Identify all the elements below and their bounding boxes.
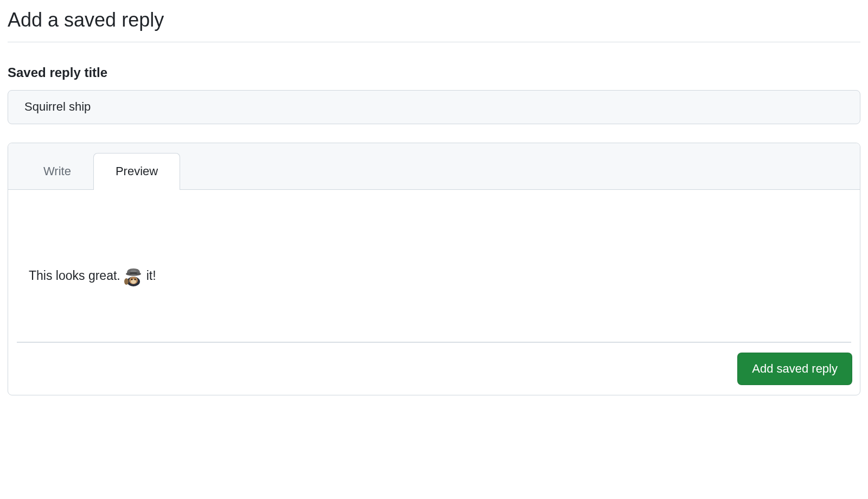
editor-panel: Write Preview This looks great. xyxy=(8,143,860,395)
tab-write[interactable]: Write xyxy=(21,153,93,189)
preview-text-before: This looks great. xyxy=(29,266,120,285)
tab-preview[interactable]: Preview xyxy=(93,153,180,190)
page-title: Add a saved reply xyxy=(8,8,860,32)
svg-point-5 xyxy=(134,278,136,280)
svg-rect-7 xyxy=(130,272,137,274)
saved-reply-form: Add a saved reply Saved reply title Writ… xyxy=(8,8,860,395)
add-saved-reply-button[interactable]: Add saved reply xyxy=(737,353,852,385)
editor-tabs: Write Preview xyxy=(8,143,860,190)
form-actions: Add saved reply xyxy=(8,353,860,395)
preview-body: This looks great. it! xyxy=(8,190,860,342)
divider xyxy=(8,42,860,42)
preview-text-after: it! xyxy=(146,266,156,285)
svg-point-3 xyxy=(124,278,129,285)
editor-divider xyxy=(17,342,851,343)
preview-text: This looks great. it! xyxy=(29,225,839,328)
shipit-squirrel-icon xyxy=(123,265,144,287)
svg-point-4 xyxy=(131,278,132,280)
title-input[interactable] xyxy=(8,90,860,124)
title-label: Saved reply title xyxy=(8,65,860,80)
